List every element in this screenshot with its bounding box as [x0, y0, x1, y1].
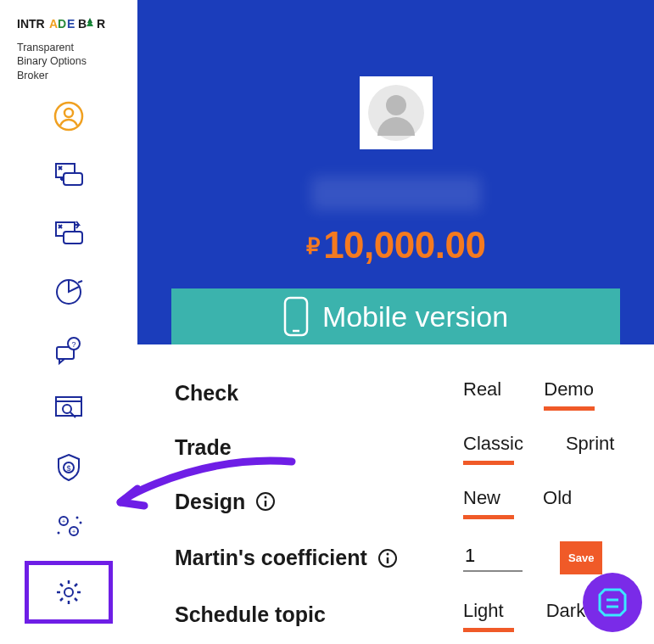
svg-rect-13 — [64, 232, 82, 244]
design-option-old[interactable]: Old — [543, 487, 572, 516]
info-icon[interactable] — [255, 491, 276, 512]
nav-list: ? $ ++ — [0, 98, 137, 644]
logo-svg: INTR A D E B R — [17, 15, 120, 32]
svg-rect-39 — [285, 298, 307, 335]
martin-input[interactable] — [463, 541, 523, 572]
logo: INTR A D E B R — [0, 15, 137, 36]
floating-badge[interactable] — [583, 573, 642, 632]
svg-text:R: R — [97, 17, 105, 31]
save-button[interactable]: Save — [560, 541, 602, 574]
nav-profile[interactable] — [50, 98, 87, 135]
svg-point-32 — [64, 588, 73, 596]
setting-design: Design New Old — [175, 487, 620, 516]
svg-text:D: D — [58, 17, 66, 31]
svg-rect-11 — [64, 173, 82, 185]
nav-help[interactable]: ? — [50, 332, 87, 369]
svg-text:+: + — [62, 518, 65, 524]
deposit-icon — [53, 160, 84, 190]
currency-symbol: ₽ — [306, 233, 321, 259]
svg-point-27 — [76, 516, 79, 518]
svg-text:A: A — [49, 17, 58, 31]
affiliate-icon: ++ — [53, 511, 84, 541]
setting-check-label: Check — [175, 381, 463, 406]
svg-text:INTR: INTR — [17, 17, 45, 31]
avatar-placeholder-icon — [368, 85, 424, 141]
mobile-version-button[interactable]: Mobile version — [171, 288, 620, 344]
nav-deposit[interactable] — [50, 156, 87, 193]
design-option-new[interactable]: New — [463, 487, 500, 516]
svg-point-28 — [80, 521, 82, 524]
gear-icon — [53, 577, 84, 608]
setting-martin-label: Martin's coefficient — [175, 546, 463, 570]
phone-icon — [283, 296, 309, 337]
nav-security[interactable]: $ — [50, 449, 87, 486]
settings-panel: Check Real Demo Trade Classic Sprint Des… — [137, 344, 654, 629]
balance-amount: 10,000.00 — [323, 224, 485, 266]
schedule-option-light[interactable]: Light — [463, 600, 504, 629]
svg-point-21 — [63, 405, 71, 413]
withdraw-icon — [53, 218, 84, 249]
account-name-blurred — [311, 176, 481, 210]
sidebar: INTR A D E B R Transparent Binary Option… — [0, 0, 137, 644]
analysis-icon — [53, 394, 84, 424]
setting-trade: Trade Classic Sprint — [175, 433, 620, 462]
setting-check: Check Real Demo — [175, 378, 620, 407]
trade-option-classic[interactable]: Classic — [463, 433, 523, 462]
setting-martin: Martin's coefficient Save — [175, 541, 620, 574]
svg-line-15 — [78, 281, 82, 283]
check-option-real[interactable]: Real — [463, 378, 501, 407]
badge-icon — [595, 585, 630, 620]
setting-design-label: Design — [175, 490, 463, 514]
svg-point-29 — [58, 531, 60, 534]
shield-icon: $ — [53, 452, 84, 483]
check-option-demo[interactable]: Demo — [544, 378, 594, 407]
main-content: ₽10,000.00 Mobile version Check Real Dem… — [137, 0, 654, 644]
svg-point-45 — [386, 552, 388, 555]
nav-stats[interactable] — [50, 273, 87, 311]
piechart-icon — [53, 277, 84, 307]
svg-point-42 — [265, 496, 267, 499]
nav-settings[interactable] — [25, 561, 113, 624]
nav-analysis[interactable] — [50, 390, 87, 428]
help-icon: ? — [53, 335, 84, 366]
profile-icon — [53, 101, 84, 132]
svg-marker-6 — [87, 20, 93, 26]
account-header: ₽10,000.00 Mobile version — [137, 0, 654, 344]
svg-point-9 — [64, 109, 73, 117]
setting-schedule-label: Schedule topic — [175, 602, 463, 627]
svg-text:$: $ — [66, 464, 70, 473]
svg-text:?: ? — [71, 340, 75, 349]
setting-trade-label: Trade — [175, 435, 463, 460]
nav-withdraw[interactable] — [50, 215, 87, 252]
svg-text:E: E — [67, 17, 75, 31]
tagline: Transparent Binary Options Broker — [0, 41, 137, 82]
avatar[interactable] — [360, 76, 433, 149]
info-icon[interactable] — [377, 548, 398, 568]
setting-schedule: Schedule topic Light Dark — [175, 600, 620, 629]
nav-affiliate[interactable]: ++ — [50, 507, 87, 545]
trade-option-sprint[interactable]: Sprint — [566, 433, 614, 462]
mobile-version-label: Mobile version — [322, 300, 508, 333]
schedule-option-dark[interactable]: Dark — [546, 600, 585, 629]
account-balance: ₽10,000.00 — [137, 224, 654, 266]
svg-text:+: + — [72, 529, 75, 535]
svg-text:B: B — [78, 17, 87, 31]
